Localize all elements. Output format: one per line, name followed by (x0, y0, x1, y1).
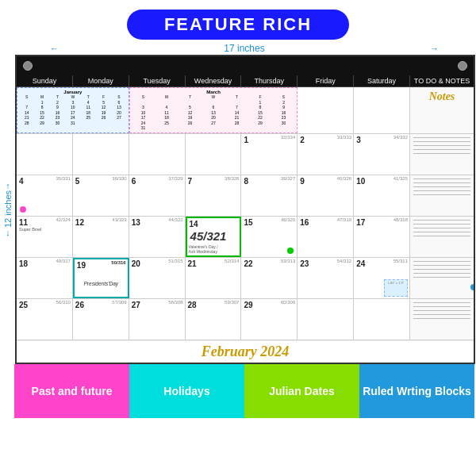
header-monday: Monday (73, 75, 129, 86)
notes-cell-3 (410, 217, 474, 257)
calendar-row-2: 4 35/331 5 36/330 6 37/329 7 38/328 (17, 175, 474, 217)
mini-calendar-march: March SMTWTFS 12 3456789 10111213141516 … (129, 87, 298, 133)
header-saturday: Saturday (354, 75, 410, 86)
cell-feb-26: 26 57/309 (73, 299, 129, 340)
superbowl-label: Super Bowl (19, 227, 70, 232)
cell-feb-25: 25 56/310 (17, 299, 73, 340)
mini-empty-6 (298, 87, 354, 133)
cell-feb-19: 19 50/316 Presidents'Day (73, 258, 129, 298)
mini-jan-grid: SMTWTFS 123456 78910111213 1415161718192… (19, 94, 127, 125)
pin-left (23, 61, 33, 71)
notes-cell-2 (410, 175, 474, 216)
height-label: 12 inches (3, 190, 13, 228)
mini-mar-grid: SMTWTFS 12 3456789 10111213141516 171819… (132, 94, 296, 131)
month-title: February 2024 (202, 344, 290, 359)
green-dot (287, 248, 294, 254)
cell-feb-20: 20 51/315 (129, 258, 186, 298)
header-notes: TO DO & NOTES (410, 75, 474, 86)
cell-empty-1 (17, 134, 73, 175)
calendar-header (17, 56, 474, 75)
calendar: Sunday Monday Tuesday Wednesday Thursday… (15, 55, 475, 364)
notes-lines-2 (413, 178, 470, 195)
cell-feb-27: 27 58/308 (129, 299, 186, 340)
header-friday: Friday (298, 75, 354, 86)
mini-calendar-january: January SMTWTFS 123456 78910111213 14151… (17, 87, 129, 133)
calendar-row-1: 1 32/334 2 33/333 3 34/332 (17, 134, 474, 175)
notes-cell-5 (410, 299, 474, 340)
feature-bar-holidays: Holidays (129, 364, 244, 418)
feature-label-1: Holidays (163, 385, 209, 397)
ruled-block-label: 1.85" x 1.9" (385, 280, 407, 286)
cell-feb-18: 18 49/317 (17, 258, 73, 298)
day-headers-row: Sunday Monday Tuesday Wednesday Thursday… (17, 75, 474, 87)
calendar-row-5: 25 56/310 26 57/309 27 58/308 28 59/307 … (17, 299, 474, 340)
cell-feb-1: 1 32/334 (241, 134, 298, 175)
cell-feb-29: 29 60/306 (241, 299, 298, 340)
cell-feb-28: 28 59/307 (186, 299, 242, 340)
notes-title: Notes (410, 87, 474, 105)
presidents-day-label: Presidents'Day (77, 281, 125, 286)
feature-bar-ruled: Ruled Wrting Blocks (359, 364, 474, 418)
feature-label-3: Ruled Wrting Blocks (363, 385, 471, 397)
cell-feb-7: 7 38/328 (186, 175, 242, 216)
feature-bar-julian: Julian Dates (244, 364, 359, 418)
width-dimension: 17 inches (50, 43, 439, 54)
cell-feb-8: 8 39/327 (241, 175, 298, 216)
cell-feb-23: 23 54/312 (298, 258, 354, 298)
header-wednesday: Wednesday (186, 75, 242, 86)
feature-label-2: Julian Dates (269, 385, 334, 397)
cell-feb-4: 4 35/331 (17, 175, 73, 216)
cell-feb-13: 13 44/322 (129, 217, 186, 257)
cell-feb-17: 17 48/318 (354, 217, 410, 257)
cell-feb-22: 22 53/313 (241, 258, 298, 298)
height-dimension: ↑ 12 inches ↓ (1, 55, 15, 364)
pin-right (458, 61, 467, 71)
cell-feb-2: 2 33/333 (298, 134, 354, 175)
cell-empty-3 (129, 134, 186, 175)
notes-lines-1 (413, 137, 470, 154)
notes-lines-4 (413, 261, 470, 278)
cell-feb-12: 12 43/323 (73, 217, 129, 257)
calendar-row-4: 18 49/317 19 50/316 Presidents'Day 20 51… (17, 258, 474, 299)
cell-empty-end-1 (298, 299, 354, 340)
mini-calendars-row: January SMTWTFS 123456 78910111213 14151… (17, 87, 474, 134)
calendar-body: 1 32/334 2 33/333 3 34/332 (17, 134, 474, 340)
cell-feb-15: 15 46/320 (241, 217, 298, 257)
cell-feb-24: 24 55/311 1.85" x 1.9" (354, 258, 410, 298)
cell-feb-9: 9 40/326 (298, 175, 354, 216)
blue-dot (470, 284, 474, 290)
cell-feb-10: 10 41/325 (354, 175, 410, 216)
notes-lines-3 (413, 220, 470, 236)
notes-cell-1 (410, 134, 474, 175)
ruled-block-indicator: 1.85" x 1.9" (384, 279, 408, 297)
valentine-event: Valentine's Day /Ash Wednesday (189, 244, 218, 254)
header-sunday: Sunday (17, 75, 73, 86)
month-title-row: February 2024 (17, 340, 474, 363)
banner-title: FEATURE RICH (164, 14, 312, 34)
feature-rich-banner: FEATURE RICH (127, 10, 349, 40)
notes-cell-4 (410, 258, 474, 298)
cell-feb-14: 14 45/321 Valentine's Day /Ash Wednesday (186, 217, 242, 257)
header-tuesday: Tuesday (129, 75, 186, 86)
width-label: 17 inches (224, 43, 264, 54)
calendar-row-3: 11 42/324 Super Bowl 12 43/323 13 44/322… (17, 217, 474, 258)
cell-feb-5: 5 36/330 (73, 175, 129, 216)
cell-empty-end-2 (354, 299, 410, 340)
notes-lines-5 (413, 302, 470, 319)
header-thursday: Thursday (241, 75, 298, 86)
feature-bars: Past and future Holidays Julian Dates Ru… (14, 364, 474, 418)
pink-dot (20, 206, 26, 213)
feature-label-0: Past and future (32, 385, 113, 397)
cell-feb-16: 16 47/319 (298, 217, 354, 257)
feature-bar-past-future: Past and future (14, 364, 129, 418)
cell-feb-6: 6 37/329 (129, 175, 186, 216)
cell-empty-4 (186, 134, 242, 175)
cell-empty-2 (73, 134, 129, 175)
cell-feb-11: 11 42/324 Super Bowl (17, 217, 73, 257)
cell-feb-3: 3 34/332 (354, 134, 410, 175)
julian-big-label: 45/321 (190, 229, 227, 243)
notes-col-mini: Notes (410, 87, 474, 133)
mini-empty-7 (354, 87, 410, 133)
cell-feb-21: 21 52/314 (186, 258, 242, 298)
